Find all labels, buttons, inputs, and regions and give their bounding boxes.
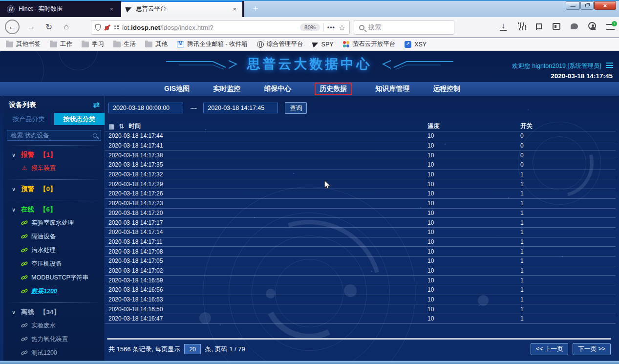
- device-search-input[interactable]: 检索 状态设备: [7, 130, 101, 141]
- table-row[interactable]: 2020-03-18 14:17:44 10 0: [105, 131, 616, 141]
- nav-tab[interactable]: 维保中心: [264, 85, 291, 93]
- device-item[interactable]: 热力氧化装置: [3, 332, 105, 346]
- chevron-down-icon[interactable]: ∨: [12, 207, 16, 213]
- table-row[interactable]: 2020-03-18 14:16:53 10 1: [105, 295, 616, 304]
- bookmark-item[interactable]: SPY: [313, 41, 334, 48]
- header-list-icon[interactable]: [606, 63, 613, 68]
- tab-by-status[interactable]: 按状态分类: [54, 113, 105, 125]
- bookmark-item[interactable]: 生活: [113, 40, 136, 48]
- horizontal-scrollbar[interactable]: [107, 338, 611, 340]
- plugin-blocked-icon[interactable]: [104, 24, 110, 31]
- table-row[interactable]: 2020-03-18 14:16:56 10 1: [105, 285, 616, 295]
- nav-tab[interactable]: 远程控制: [433, 85, 460, 93]
- page-actions-icon[interactable]: •••: [327, 24, 335, 31]
- table-row[interactable]: 2020-03-18 14:17:23 10 1: [105, 198, 616, 208]
- new-tab-button[interactable]: +: [249, 3, 262, 15]
- device-item[interactable]: 污水处理: [3, 243, 105, 257]
- device-item[interactable]: 实验室废水处理: [3, 216, 105, 230]
- device-item[interactable]: 隔油设备: [3, 230, 105, 243]
- bookmark-star-icon[interactable]: ☆: [339, 23, 345, 32]
- messages-icon[interactable]: [571, 23, 578, 29]
- table-row[interactable]: 2020-03-18 14:16:50 10 1: [105, 304, 616, 314]
- bookmark-item[interactable]: 其他书签: [6, 40, 41, 48]
- table-row[interactable]: 2020-03-18 14:17:02 10 1: [105, 266, 616, 276]
- permissions-icon[interactable]: [114, 24, 119, 30]
- zoom-level-badge[interactable]: 80%: [300, 23, 320, 31]
- table-row[interactable]: 2020-03-18 14:17:29 10 1: [105, 179, 616, 189]
- device-item[interactable]: 数采1200: [3, 284, 105, 298]
- table-row[interactable]: 2020-03-18 14:17:08 10 1: [105, 246, 616, 256]
- nav-tab[interactable]: GIS地图: [164, 85, 190, 93]
- bookmark-item[interactable]: 其他: [145, 40, 168, 48]
- bookmark-item[interactable]: 工作: [50, 40, 72, 48]
- url-bar[interactable]: iot.idosp.net/idosp/index.html? 80% ••• …: [91, 20, 350, 35]
- search-icon[interactable]: [93, 133, 97, 138]
- table-row[interactable]: 2020-03-18 14:16:47 10 1: [105, 314, 616, 323]
- browser-tab-sipu[interactable]: 思普云平台 ×: [121, 1, 242, 17]
- tab-close-icon[interactable]: ×: [232, 5, 237, 13]
- start-datetime-input[interactable]: 2020-03-18 00:00:00: [108, 103, 183, 113]
- window-restore-button[interactable]: [580, 1, 594, 10]
- device-group-header[interactable]: ∨ 预警 【0】: [3, 181, 105, 195]
- table-row[interactable]: 2020-03-18 14:17:38 10 0: [105, 150, 616, 160]
- screenshot-icon[interactable]: [536, 23, 542, 30]
- device-item[interactable]: MODBUSTCP字符串: [3, 271, 105, 284]
- tab-close-icon[interactable]: ×: [108, 5, 114, 13]
- end-datetime-input[interactable]: 2020-03-18 14:17:45: [203, 103, 278, 113]
- table-row[interactable]: 2020-03-18 14:17:41 10 0: [105, 141, 616, 150]
- bookmark-item[interactable]: 萤石云开放平台: [343, 40, 396, 48]
- device-item[interactable]: ⚠ 猴车装置: [3, 161, 105, 175]
- nav-tab[interactable]: 实时监控: [213, 85, 240, 93]
- hamburger-menu-icon[interactable]: [606, 24, 614, 30]
- nav-tab[interactable]: 知识库管理: [375, 85, 409, 93]
- page-size-input[interactable]: 20: [184, 344, 201, 354]
- table-row[interactable]: 2020-03-18 14:17:20 10 1: [105, 208, 616, 218]
- table-row[interactable]: 2020-03-18 14:17:17 10 1: [105, 217, 616, 227]
- bookmark-item[interactable]: XSY: [405, 41, 427, 48]
- chevron-down-icon[interactable]: ∨: [12, 152, 16, 158]
- table-row[interactable]: 2020-03-18 14:17:32 10 1: [105, 170, 616, 179]
- device-group-header[interactable]: ∨ 在线 【6】: [3, 201, 105, 216]
- bookmark-item[interactable]: 综合管理平台: [257, 40, 303, 48]
- bookmark-item[interactable]: 腾讯企业邮箱 - 收件箱: [177, 40, 248, 48]
- chevron-down-icon[interactable]: ∨: [12, 309, 16, 316]
- search-icon: [359, 25, 364, 30]
- home-button[interactable]: ⌂: [61, 22, 72, 32]
- nav-tab[interactable]: 历史数据: [315, 83, 352, 95]
- account-icon[interactable]: [588, 22, 596, 30]
- next-page-button[interactable]: 下一页 >>: [573, 343, 611, 355]
- window-close-button[interactable]: ×: [594, 1, 616, 10]
- device-group-header[interactable]: ∨ 离线 【34】: [3, 304, 105, 319]
- browser-tab-hinet[interactable]: H Hinet - 实时数据 ×: [2, 1, 119, 17]
- table-row[interactable]: 2020-03-18 14:17:35 10 0: [105, 160, 616, 170]
- tab-by-product[interactable]: 按产品分类: [3, 113, 54, 125]
- bookmark-item[interactable]: 学习: [82, 40, 104, 48]
- columns-grid-icon[interactable]: ▦: [108, 123, 114, 130]
- table-row[interactable]: 2020-03-18 14:17:11 10 1: [105, 237, 616, 247]
- back-button[interactable]: ←: [5, 20, 20, 34]
- reload-button[interactable]: ↻: [43, 22, 55, 32]
- query-button[interactable]: 查询: [285, 102, 307, 114]
- table-row[interactable]: 2020-03-18 14:17:14 10 1: [105, 227, 616, 237]
- tracking-shield-icon[interactable]: [95, 24, 101, 31]
- url-text[interactable]: iot.idosp.net/idosp/index.html?: [122, 24, 297, 31]
- table-row[interactable]: 2020-03-18 14:17:05 10 1: [105, 256, 616, 266]
- group-count: 【6】: [40, 205, 57, 214]
- library-icon[interactable]: [518, 22, 526, 30]
- device-group-header[interactable]: ∨ 报警 【1】: [3, 147, 105, 161]
- window-minimize-button[interactable]: —: [566, 1, 580, 10]
- sidebar-toggle-icon[interactable]: [553, 23, 560, 30]
- sort-icon[interactable]: ⇅: [119, 123, 124, 130]
- welcome-text: 欢迎您 hignton2019 [系统管理员]: [512, 62, 601, 70]
- browser-search-box[interactable]: 搜索: [354, 20, 454, 35]
- prev-page-button[interactable]: << 上一页: [531, 343, 569, 355]
- forward-button[interactable]: →: [25, 22, 37, 32]
- downloads-icon[interactable]: ↓: [499, 21, 508, 30]
- table-row[interactable]: 2020-03-18 14:16:59 10 1: [105, 275, 616, 285]
- device-item[interactable]: 测试1200: [3, 346, 105, 360]
- device-item[interactable]: 实验废水: [3, 319, 105, 332]
- table-row[interactable]: 2020-03-18 14:17:26 10 1: [105, 189, 616, 198]
- device-item[interactable]: 空压机设备: [3, 257, 105, 271]
- chevron-down-icon[interactable]: ∨: [12, 186, 16, 193]
- swap-icon[interactable]: ⇄: [93, 100, 100, 109]
